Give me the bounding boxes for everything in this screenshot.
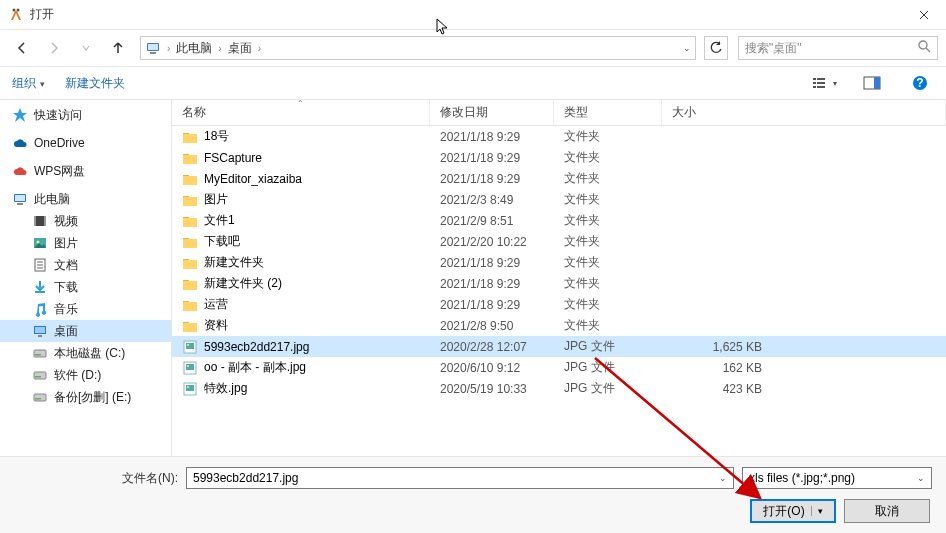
file-type: 文件夹 — [564, 296, 672, 313]
svg-point-5 — [919, 41, 927, 49]
music-icon — [32, 301, 48, 317]
breadcrumb-dropdown-icon[interactable]: ⌄ — [683, 43, 691, 53]
sidebar-item[interactable]: 备份[勿删] (E:) — [0, 386, 171, 408]
preview-pane-button[interactable] — [858, 71, 886, 95]
recent-dropdown[interactable] — [72, 34, 100, 62]
forward-button[interactable] — [40, 34, 68, 62]
sidebar-item-label: 桌面 — [54, 323, 78, 340]
file-row[interactable]: 运营2021/1/18 9:29文件夹 — [172, 294, 946, 315]
svg-point-63 — [187, 365, 189, 367]
open-split-icon[interactable]: ▾ — [811, 506, 823, 516]
folder-icon — [182, 213, 198, 229]
file-list[interactable]: 18号2021/1/18 9:29文件夹FSCapture2021/1/18 9… — [172, 126, 946, 466]
filter-dropdown-icon[interactable]: ⌄ — [917, 473, 925, 483]
svg-rect-17 — [15, 195, 25, 201]
file-type: 文件夹 — [564, 170, 672, 187]
new-folder-button[interactable]: 新建文件夹 — [65, 75, 125, 92]
file-row[interactable]: 文件12021/2/9 8:51文件夹 — [172, 210, 946, 231]
sidebar-item[interactable]: 桌面 — [0, 320, 171, 342]
svg-rect-18 — [17, 203, 23, 205]
svg-rect-31 — [38, 335, 42, 337]
svg-rect-59 — [186, 343, 194, 349]
sidebar-item[interactable]: 软件 (D:) — [0, 364, 171, 386]
sidebar-item[interactable]: 音乐 — [0, 298, 171, 320]
disk-icon — [32, 367, 48, 383]
pc-icon — [12, 191, 28, 207]
file-type: 文件夹 — [564, 149, 672, 166]
folder-icon — [182, 192, 198, 208]
breadcrumb-item[interactable]: 桌面 — [226, 38, 254, 59]
sidebar-item[interactable]: 下载 — [0, 276, 171, 298]
sidebar-item-label: 快速访问 — [34, 107, 82, 124]
svg-rect-43 — [183, 176, 197, 185]
column-size[interactable]: 大小 — [662, 100, 946, 125]
folder-icon — [182, 255, 198, 271]
open-button[interactable]: 打开(O) ▾ — [750, 499, 836, 523]
sidebar-item[interactable]: 视频 — [0, 210, 171, 232]
file-row[interactable]: 新建文件夹 (2)2021/1/18 9:29文件夹 — [172, 273, 946, 294]
file-name: 5993ecb2dd217.jpg — [204, 340, 440, 354]
filter-value: xls files (*.jpg;*.png) — [749, 471, 855, 485]
svg-rect-49 — [183, 239, 197, 248]
file-name: 运营 — [204, 296, 440, 313]
file-date: 2021/2/8 9:50 — [440, 319, 564, 333]
navbar: › 此电脑 › 桌面 › ⌄ 搜索"桌面" — [0, 30, 946, 66]
app-icon — [8, 7, 24, 23]
folder-icon — [182, 234, 198, 250]
back-button[interactable] — [8, 34, 36, 62]
column-name[interactable]: 名称⌃ — [172, 100, 430, 125]
file-type: 文件夹 — [564, 317, 672, 334]
column-date[interactable]: 修改日期 — [430, 100, 554, 125]
svg-point-66 — [187, 386, 189, 388]
organize-menu[interactable]: 组织 — [12, 75, 45, 92]
file-row[interactable]: oo - 副本 - 副本.jpg2020/6/10 9:12JPG 文件162 … — [172, 357, 946, 378]
file-row[interactable]: MyEditor_xiazaiba2021/1/18 9:29文件夹 — [172, 168, 946, 189]
file-name: 图片 — [204, 191, 440, 208]
svg-rect-39 — [183, 134, 197, 143]
star-icon — [12, 107, 28, 123]
file-row[interactable]: 18号2021/1/18 9:29文件夹 — [172, 126, 946, 147]
filename-dropdown-icon[interactable]: ⌄ — [719, 473, 727, 483]
sidebar-item[interactable]: 文档 — [0, 254, 171, 276]
file-name: FSCapture — [204, 151, 440, 165]
sort-indicator-icon: ⌃ — [297, 99, 304, 108]
file-row[interactable]: 5993ecb2dd217.jpg2020/2/28 12:07JPG 文件1,… — [172, 336, 946, 357]
sidebar-item[interactable]: 快速访问 — [0, 104, 171, 126]
file-type-filter[interactable]: xls files (*.jpg;*.png) ⌄ — [742, 467, 932, 489]
svg-rect-8 — [813, 82, 816, 84]
file-row[interactable]: 图片2021/2/3 8:49文件夹 — [172, 189, 946, 210]
sidebar-item[interactable]: 此电脑 — [0, 188, 171, 210]
refresh-button[interactable] — [704, 36, 728, 60]
svg-rect-36 — [34, 394, 46, 401]
file-name: 18号 — [204, 128, 440, 145]
sidebar-item-label: 备份[勿删] (E:) — [54, 389, 131, 406]
folder-icon — [182, 150, 198, 166]
up-button[interactable] — [104, 34, 132, 62]
search-input[interactable]: 搜索"桌面" — [738, 36, 938, 60]
file-name: 资料 — [204, 317, 440, 334]
file-row[interactable]: 资料2021/2/8 9:50文件夹 — [172, 315, 946, 336]
sidebar-item[interactable]: WPS网盘 — [0, 160, 171, 182]
view-options-button[interactable]: ▾ — [810, 71, 838, 95]
breadcrumb-item[interactable]: 此电脑 — [174, 38, 214, 59]
svg-rect-4 — [150, 52, 156, 54]
file-row[interactable]: 特效.jpg2020/5/19 10:33JPG 文件423 KB — [172, 378, 946, 399]
file-row[interactable]: 下载吧2021/2/20 10:22文件夹 — [172, 231, 946, 252]
filename-input[interactable]: 5993ecb2dd217.jpg ⌄ — [186, 467, 734, 489]
breadcrumb[interactable]: › 此电脑 › 桌面 › ⌄ — [140, 36, 696, 60]
close-button[interactable] — [901, 0, 946, 30]
search-icon — [918, 40, 931, 56]
file-name: 新建文件夹 (2) — [204, 275, 440, 292]
file-date: 2021/1/18 9:29 — [440, 130, 564, 144]
picture-icon — [32, 235, 48, 251]
file-row[interactable]: 新建文件夹2021/1/18 9:29文件夹 — [172, 252, 946, 273]
column-type[interactable]: 类型 — [554, 100, 662, 125]
file-type: 文件夹 — [564, 254, 672, 271]
sidebar-item[interactable]: 本地磁盘 (C:) — [0, 342, 171, 364]
file-row[interactable]: FSCapture2021/1/18 9:29文件夹 — [172, 147, 946, 168]
sidebar-item[interactable]: OneDrive — [0, 132, 171, 154]
sidebar-item[interactable]: 图片 — [0, 232, 171, 254]
cancel-button[interactable]: 取消 — [844, 499, 930, 523]
sidebar-item-label: 音乐 — [54, 301, 78, 318]
help-button[interactable]: ? — [906, 71, 934, 95]
